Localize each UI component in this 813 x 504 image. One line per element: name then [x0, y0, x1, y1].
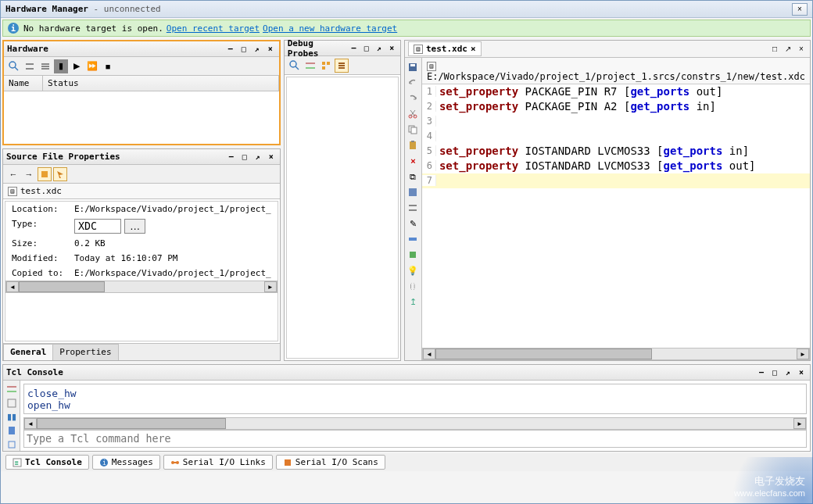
- console-icon: ≡: [13, 458, 22, 467]
- copy-icon[interactable]: [406, 123, 420, 137]
- hardware-body: [4, 91, 279, 144]
- btab-tcl[interactable]: ≡Tcl Console: [5, 455, 89, 470]
- svg-point-43: [171, 461, 174, 464]
- paste-icon[interactable]: [406, 138, 420, 152]
- svg-rect-6: [41, 68, 49, 70]
- svg-line-9: [295, 66, 299, 70]
- open-recent-link[interactable]: Open recent target: [167, 23, 260, 34]
- minimize-icon[interactable]: —: [756, 367, 767, 378]
- minimize-icon[interactable]: —: [225, 44, 236, 55]
- type-input[interactable]: [74, 219, 121, 234]
- maximize-icon[interactable]: ↗: [783, 44, 793, 55]
- props-hscroll[interactable]: ◄►: [5, 281, 278, 293]
- nav-up-icon[interactable]: ↥: [406, 295, 420, 309]
- play-icon[interactable]: ▶: [70, 59, 84, 73]
- search-icon[interactable]: [7, 59, 21, 73]
- minimize-icon[interactable]: —: [226, 152, 237, 163]
- tcl-hscroll[interactable]: ◄►: [23, 417, 807, 430]
- select-icon[interactable]: [53, 167, 67, 181]
- collapse-icon[interactable]: [303, 59, 317, 73]
- stop-icon[interactable]: ■: [101, 59, 115, 73]
- save-icon[interactable]: [406, 60, 420, 74]
- forward-icon[interactable]: ⏩: [85, 59, 99, 73]
- comment-icon[interactable]: [406, 201, 420, 215]
- hardware-toolbar: ▮ ▶ ⏩ ■: [4, 57, 279, 76]
- editor-content[interactable]: 1set_property PACKAGE_PIN R7 [get_ports …: [422, 84, 810, 349]
- svg-point-0: [9, 62, 16, 68]
- tcl-input[interactable]: [23, 430, 807, 448]
- pause-icon[interactable]: ▮▮: [5, 411, 19, 423]
- props-filename: test.xdc: [20, 186, 62, 196]
- restore-icon[interactable]: □: [238, 44, 249, 55]
- restore-icon[interactable]: □: [361, 43, 371, 54]
- close-button[interactable]: ×: [792, 3, 808, 16]
- list-icon[interactable]: [335, 59, 349, 73]
- delete-icon[interactable]: ×: [406, 154, 420, 168]
- maximize-icon[interactable]: ↗: [374, 43, 384, 54]
- btab-serial-scans[interactable]: Serial I/O Scans: [276, 455, 385, 470]
- expand-icon[interactable]: [38, 59, 52, 73]
- link-icon[interactable]: [406, 232, 420, 246]
- main-titlebar: Hardware Manager - unconnected ×: [1, 1, 812, 18]
- scroll-icon[interactable]: [5, 424, 19, 437]
- close-icon[interactable]: ×: [266, 152, 277, 163]
- watermark: 电子发烧友 www.elecfans.com: [734, 474, 805, 498]
- search-icon[interactable]: [288, 59, 302, 73]
- props-title: Source File Properties: [6, 152, 120, 162]
- tab-general[interactable]: General: [3, 344, 53, 360]
- editor-tab[interactable]: ▤ test.xdc ×: [408, 41, 482, 56]
- select-all-icon[interactable]: [406, 185, 420, 199]
- svg-rect-14: [322, 66, 325, 70]
- group-icon[interactable]: [319, 59, 333, 73]
- col-status[interactable]: Status: [43, 76, 279, 91]
- copy-icon[interactable]: [5, 438, 19, 451]
- btab-messages[interactable]: iMessages: [92, 455, 160, 470]
- close-icon[interactable]: ×: [387, 43, 397, 54]
- tcl-panel: Tcl Console — □ ↗ × ▮▮ close_hwopen_hw ◄…: [2, 364, 811, 452]
- debug-title: Debug Probes: [288, 38, 346, 59]
- col-name[interactable]: Name: [4, 76, 43, 91]
- svg-rect-26: [410, 141, 416, 149]
- svg-rect-19: [410, 64, 415, 66]
- btab-serial-links[interactable]: Serial I/O Links: [163, 455, 273, 470]
- object-icon[interactable]: [406, 248, 420, 262]
- redo-icon[interactable]: [406, 91, 420, 105]
- back-icon[interactable]: ←: [6, 167, 20, 181]
- restore-icon[interactable]: □: [769, 367, 780, 378]
- editor-panel: ▤ test.xdc × □ ↗ ×: [404, 40, 811, 361]
- tab-close-icon[interactable]: ×: [471, 44, 476, 54]
- undo-icon[interactable]: [406, 76, 420, 90]
- bulb-icon[interactable]: 💡: [406, 263, 420, 277]
- cut-icon[interactable]: [406, 107, 420, 121]
- title-status: unconnected: [104, 4, 161, 14]
- clear-icon[interactable]: [5, 397, 19, 409]
- debug-panel: Debug Probes — □ ↗ ×: [284, 40, 401, 361]
- bottom-tabs: ≡Tcl Console iMessages Serial I/O Links …: [1, 453, 812, 471]
- type-browse-button[interactable]: …: [124, 219, 145, 234]
- tcl-history[interactable]: close_hwopen_hw: [23, 384, 807, 414]
- edit-icon[interactable]: ✎: [406, 216, 420, 231]
- minimize-icon[interactable]: —: [349, 43, 359, 54]
- maximize-icon[interactable]: ↗: [252, 44, 263, 55]
- find-icon[interactable]: ⧉: [406, 170, 420, 184]
- maximize-icon[interactable]: ↗: [252, 152, 263, 163]
- editor-hscroll[interactable]: ◄►: [422, 348, 810, 360]
- bracket-icon[interactable]: ⟮⟯: [406, 279, 420, 293]
- loc-value: E:/Workspace/Vivado/project_1/project_: [74, 204, 271, 214]
- close-icon[interactable]: ×: [796, 44, 807, 55]
- close-icon[interactable]: ×: [796, 367, 807, 378]
- close-icon[interactable]: ×: [265, 44, 276, 55]
- tab-properties[interactable]: Properties: [52, 344, 118, 360]
- type-label: Type:: [12, 219, 74, 234]
- forward-icon[interactable]: →: [22, 167, 36, 181]
- bookmark-icon[interactable]: [38, 167, 52, 181]
- open-new-link[interactable]: Open a new hardware target: [263, 23, 397, 34]
- maximize-icon[interactable]: ↗: [783, 367, 793, 378]
- restore-icon[interactable]: □: [769, 44, 780, 55]
- svg-point-8: [290, 61, 296, 67]
- restore-icon[interactable]: □: [239, 152, 250, 163]
- tcl-title: Tcl Console: [6, 367, 63, 377]
- view-icon[interactable]: ▮: [54, 59, 68, 73]
- collapse-icon[interactable]: [5, 383, 19, 395]
- collapse-icon[interactable]: [23, 59, 37, 73]
